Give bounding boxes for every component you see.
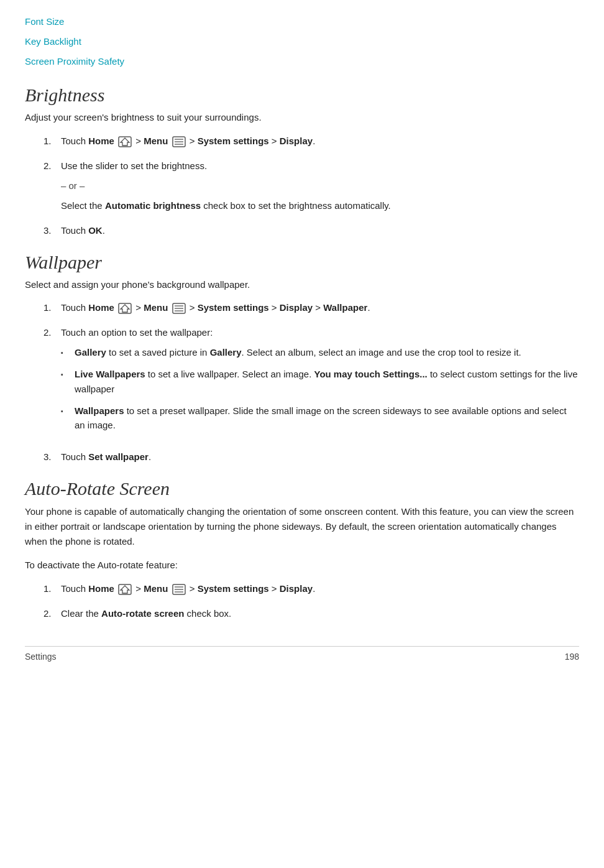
menu-label-w1: Menu (144, 302, 168, 313)
or-line: – or – (61, 178, 579, 193)
ok-label: OK (88, 225, 103, 236)
wallpaper-bullet-list: ▪ Gallery to set a saved picture in Gall… (61, 345, 579, 432)
footer: Settings 198 (25, 646, 579, 662)
wallpaper-bullet-wallpapers: ▪ Wallpapers to set a preset wallpaper. … (61, 404, 579, 433)
home-icon-w1 (118, 303, 132, 314)
home-label-w1: Home (88, 302, 114, 313)
toc-link-font-size[interactable]: Font Size (25, 12, 579, 31)
wallpaper-step2-text: Touch an option to set the wallpaper: (61, 327, 213, 338)
set-wallpaper-label: Set wallpaper (88, 451, 149, 462)
home-icon-b1 (118, 136, 132, 147)
toc-links: Font Size Key Backlight Screen Proximity… (25, 12, 579, 71)
svg-marker-13 (121, 586, 129, 593)
home-label-b1: Home (88, 136, 114, 146)
menu-icon-b1 (172, 136, 186, 147)
you-may-touch-label: You may touch Settings... (314, 369, 427, 379)
auto-rotate-screen-label: Auto-rotate screen (101, 608, 184, 619)
display-w1: Display (280, 302, 313, 313)
autorotate-step-1: 1. Touch Home > Menu > System settings >… (43, 581, 579, 596)
autorotate-desc1: Your phone is capable of automatically c… (25, 504, 579, 549)
system-settings-ar1: System settings (198, 583, 269, 594)
brightness-heading: Brightness (25, 85, 579, 106)
menu-icon-w1 (172, 303, 186, 314)
wallpapers-label: Wallpapers (75, 405, 124, 416)
brightness-intro: Adjust your screen's brightness to suit … (25, 111, 579, 125)
brightness-step-1: 1. Touch Home > Menu > System settings >… (43, 134, 579, 149)
system-settings-w1: System settings (198, 302, 269, 313)
toc-link-screen-proximity[interactable]: Screen Proximity Safety (25, 52, 579, 71)
wallpaper-intro: Select and assign your phone's backgroun… (25, 278, 579, 292)
brightness-steps: 1. Touch Home > Menu > System settings >… (43, 134, 579, 238)
wallpaper-step-1: 1. Touch Home > Menu > System settings >… (43, 300, 579, 315)
wallpaper-heading: Wallpaper (25, 252, 579, 273)
menu-icon-ar1 (172, 584, 186, 595)
wallpaper-steps: 1. Touch Home > Menu > System settings >… (43, 300, 579, 464)
live-wallpapers-label: Live Wallpapers (75, 369, 145, 379)
menu-label-ar1: Menu (144, 583, 168, 594)
wallpaper-bullet-live: ▪ Live Wallpapers to set a live wallpape… (61, 367, 579, 396)
gallery-label2: Gallery (210, 347, 242, 358)
svg-marker-7 (121, 305, 129, 312)
brightness-alt-text: Select the Automatic brightness check bo… (61, 198, 579, 213)
footer-left: Settings (25, 652, 57, 662)
brightness-step2-text: Use the slider to set the brightness. (61, 160, 207, 171)
wallpaper-step-3: 3. Touch Set wallpaper. (43, 450, 579, 464)
autorotate-desc2: To deactivate the Auto-rotate feature: (25, 558, 579, 573)
display-ar1: Display (280, 583, 313, 594)
footer-right: 198 (565, 652, 579, 662)
wallpaper-label-w1: Wallpaper (323, 302, 367, 313)
system-settings-b1: System settings (198, 136, 269, 146)
autorotate-step-2: 2. Clear the Auto-rotate screen check bo… (43, 606, 579, 621)
display-b1: Display (280, 136, 313, 146)
home-icon-ar1 (118, 584, 132, 595)
autorotate-heading: Auto-Rotate Screen (25, 478, 579, 499)
brightness-step-3: 3. Touch OK. (43, 223, 579, 238)
autorotate-steps: 1. Touch Home > Menu > System settings >… (43, 581, 579, 621)
svg-marker-1 (121, 138, 129, 145)
home-label-ar1: Home (88, 583, 114, 594)
wallpaper-step-2: 2. Touch an option to set the wallpaper:… (43, 325, 579, 440)
wallpaper-bullet-gallery: ▪ Gallery to set a saved picture in Gall… (61, 345, 579, 359)
toc-link-key-backlight[interactable]: Key Backlight (25, 32, 579, 51)
gallery-label: Gallery (75, 347, 106, 358)
auto-brightness-label: Automatic brightness (105, 200, 201, 211)
menu-label-b1: Menu (144, 136, 168, 146)
brightness-step-2: 2. Use the slider to set the brightness.… (43, 159, 579, 213)
